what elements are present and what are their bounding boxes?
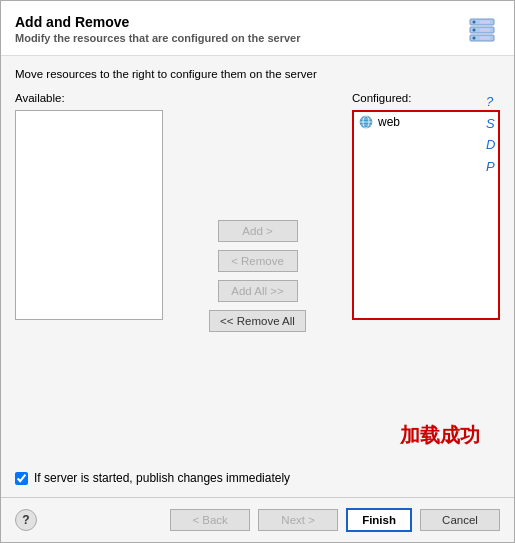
list-item[interactable]: web [354, 112, 498, 132]
dialog-title-row: Add and Remove Modify the resources that… [15, 11, 500, 47]
svg-rect-6 [480, 21, 490, 24]
next-button[interactable]: Next > [258, 509, 338, 531]
dialog-title-label: Add and Remove [15, 14, 129, 30]
publish-label: If server is started, publish changes im… [34, 471, 290, 485]
configured-list[interactable]: web [352, 110, 500, 320]
svg-point-3 [473, 21, 476, 24]
add-all-button[interactable]: Add All >> [218, 280, 298, 302]
resources-area: Available: Add > < Remove Add All >> << … [15, 92, 500, 459]
right-labels: ? S D P [486, 92, 500, 459]
available-section: Available: [15, 92, 163, 459]
transfer-buttons: Add > < Remove Add All >> << Remove All [163, 92, 352, 459]
footer-right: < Back Next > Finish Cancel [170, 508, 500, 532]
dialog-title-text: Add and Remove Modify the resources that… [15, 14, 300, 44]
server-icon-container [464, 11, 500, 47]
add-remove-dialog: Add and Remove Modify the resources that… [0, 0, 515, 543]
success-text: 加载成功 [400, 422, 480, 449]
configured-section: Configured: web [352, 92, 500, 459]
dialog-body: Move resources to the right to configure… [1, 56, 514, 497]
publish-checkbox[interactable] [15, 472, 28, 485]
web-icon [358, 114, 374, 130]
dialog-footer: ? < Back Next > Finish Cancel [1, 497, 514, 542]
add-button[interactable]: Add > [218, 220, 298, 242]
help-button[interactable]: ? [15, 509, 37, 531]
right-char-2: S [486, 114, 500, 134]
available-list[interactable] [15, 110, 163, 320]
web-item-label: web [378, 115, 400, 129]
remove-all-button[interactable]: << Remove All [209, 310, 306, 332]
finish-button[interactable]: Finish [346, 508, 412, 532]
right-char-1: ? [486, 92, 500, 112]
dialog-subtitle: Modify the resources that are configured… [15, 32, 300, 44]
publish-checkbox-row: If server is started, publish changes im… [15, 471, 500, 485]
configured-label: Configured: [352, 92, 500, 104]
globe-icon [359, 115, 373, 129]
svg-rect-7 [480, 29, 490, 32]
svg-rect-8 [480, 37, 490, 40]
instruction-text: Move resources to the right to configure… [15, 68, 500, 80]
dialog-header: Add and Remove Modify the resources that… [1, 1, 514, 56]
remove-button[interactable]: < Remove [218, 250, 298, 272]
right-char-4: P [486, 157, 500, 177]
footer-left: ? [15, 509, 37, 531]
svg-point-5 [473, 37, 476, 40]
svg-point-4 [473, 29, 476, 32]
available-label: Available: [15, 92, 163, 104]
back-button[interactable]: < Back [170, 509, 250, 531]
server-icon [466, 13, 498, 45]
cancel-button[interactable]: Cancel [420, 509, 500, 531]
right-char-3: D [486, 135, 500, 155]
